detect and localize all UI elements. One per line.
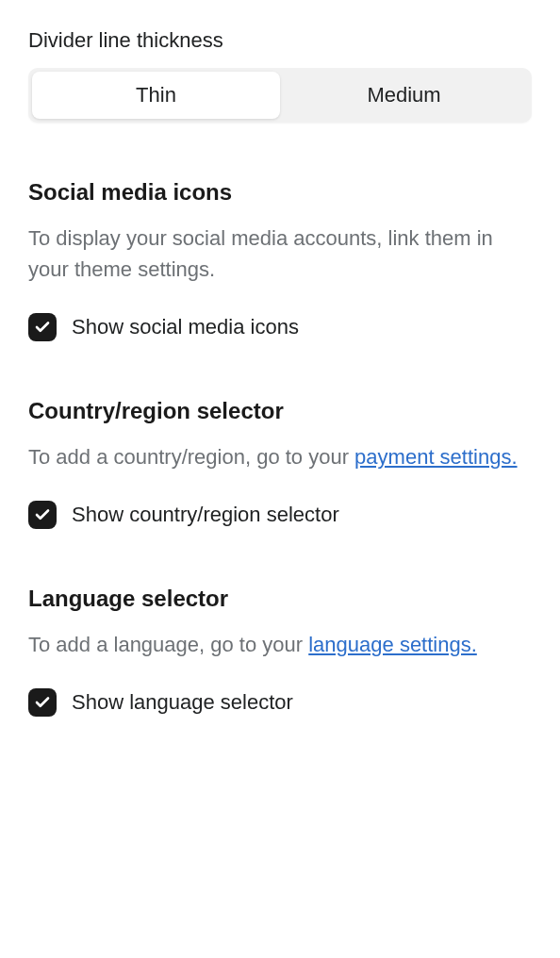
language-selector-checkbox[interactable] [28, 688, 57, 717]
country-region-checkbox-label: Show country/region selector [72, 503, 339, 527]
country-region-checkbox[interactable] [28, 501, 57, 529]
country-region-checkbox-row: Show country/region selector [28, 501, 532, 529]
language-selector-description: To add a language, go to your language s… [28, 629, 532, 660]
checkmark-icon [34, 694, 51, 711]
country-region-description-text: To add a country/region, go to your [28, 445, 354, 469]
language-selector-section: Language selector To add a language, go … [28, 586, 532, 717]
checkmark-icon [34, 319, 51, 336]
payment-settings-link[interactable]: payment settings. [354, 445, 517, 469]
language-settings-link[interactable]: language settings. [308, 633, 477, 656]
divider-thickness-label: Divider line thickness [28, 28, 532, 53]
language-selector-checkbox-label: Show language selector [72, 690, 293, 715]
social-media-checkbox-label: Show social media icons [72, 315, 299, 339]
checkmark-icon [34, 506, 51, 523]
social-media-checkbox-row: Show social media icons [28, 313, 532, 341]
country-region-heading: Country/region selector [28, 398, 532, 424]
social-media-heading: Social media icons [28, 179, 532, 206]
language-selector-description-text: To add a language, go to your [28, 633, 308, 656]
divider-option-medium[interactable]: Medium [280, 72, 528, 119]
language-selector-checkbox-row: Show language selector [28, 688, 532, 717]
divider-thickness-segmented-control[interactable]: Thin Medium [28, 68, 532, 123]
country-region-section: Country/region selector To add a country… [28, 398, 532, 529]
country-region-description: To add a country/region, go to your paym… [28, 441, 532, 472]
language-selector-heading: Language selector [28, 586, 532, 612]
social-media-description: To display your social media accounts, l… [28, 223, 532, 285]
divider-option-thin[interactable]: Thin [32, 72, 280, 119]
social-media-section: Social media icons To display your socia… [28, 179, 532, 341]
social-media-checkbox[interactable] [28, 313, 57, 341]
